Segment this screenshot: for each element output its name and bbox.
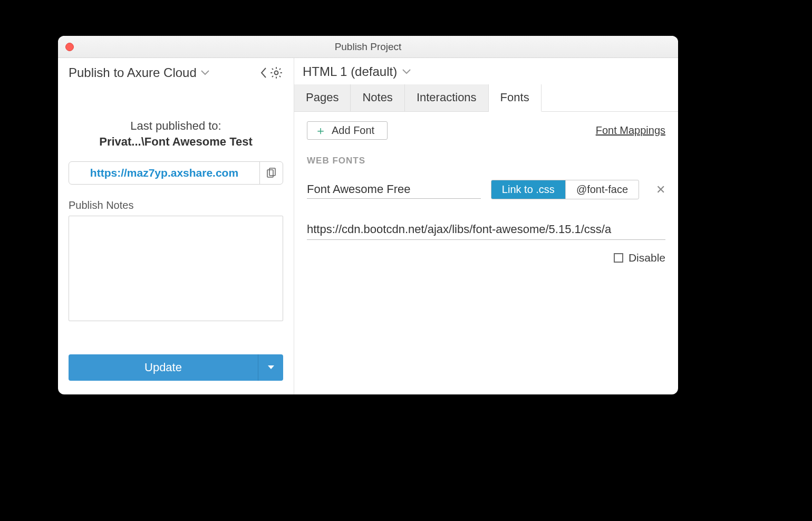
gear-icon[interactable] [269, 66, 283, 80]
titlebar: Publish Project [58, 36, 678, 58]
remove-font-button[interactable]: ✕ [656, 184, 665, 196]
font-name-input[interactable] [307, 180, 481, 199]
publish-project-window: Publish Project Publish to Axure Cloud [58, 36, 678, 394]
copy-url-button[interactable] [259, 162, 283, 184]
add-font-label: Add Font [332, 124, 374, 137]
html-config-label: HTML 1 (default) [303, 64, 397, 79]
chevron-down-icon [402, 69, 411, 74]
disable-font-label: Disable [629, 252, 665, 264]
left-panel: Publish to Axure Cloud Last published to… [58, 58, 294, 394]
config-tabs: Pages Notes Interactions Fonts [294, 84, 678, 112]
plus-icon: ＋ [315, 125, 326, 137]
tab-label: Interactions [417, 91, 477, 104]
tab-label: Fonts [500, 91, 529, 104]
share-url-row: https://maz7yp.axshare.com [69, 161, 283, 185]
add-font-button[interactable]: ＋ Add Font [307, 121, 388, 140]
close-icon: ✕ [656, 183, 665, 196]
html-config-dropdown[interactable]: HTML 1 (default) [294, 58, 678, 84]
chevron-down-icon [201, 70, 209, 75]
copy-icon [267, 168, 276, 178]
update-button-label: Update [144, 361, 182, 374]
last-published-label: Last published to: [69, 119, 283, 133]
svg-rect-2 [269, 168, 275, 176]
font-css-url-input[interactable] [307, 219, 665, 240]
tab-interactions[interactable]: Interactions [405, 84, 489, 111]
svg-rect-1 [267, 170, 273, 177]
tab-label: Notes [362, 91, 392, 104]
svg-point-0 [275, 71, 278, 75]
window-title: Publish Project [335, 41, 402, 53]
right-panel: HTML 1 (default) Pages Notes Interaction… [294, 58, 678, 394]
publish-target-dropdown[interactable]: Publish to Axure Cloud [69, 65, 209, 80]
update-dropdown-button[interactable] [258, 354, 283, 381]
web-fonts-section-label: WEB FONTS [307, 156, 665, 166]
publish-notes-label: Publish Notes [69, 199, 283, 211]
share-url-link[interactable]: https://maz7yp.axshare.com [69, 162, 259, 184]
tab-label: Pages [306, 91, 339, 104]
segment-label: Link to .css [502, 184, 555, 195]
web-font-row: Link to .css @font-face ✕ [307, 180, 665, 199]
dialog-body: Publish to Axure Cloud Last published to… [58, 58, 678, 394]
update-button[interactable]: Update [69, 354, 258, 381]
back-icon[interactable] [260, 67, 267, 79]
publish-target-label: Publish to Axure Cloud [69, 65, 197, 80]
font-mode-segmented: Link to .css @font-face [491, 180, 639, 199]
font-mode-link-css[interactable]: Link to .css [491, 180, 565, 199]
window-controls [65, 43, 74, 51]
segment-label: @font-face [576, 184, 628, 195]
tab-pages[interactable]: Pages [294, 84, 351, 111]
disable-font-checkbox[interactable] [614, 253, 623, 263]
caret-down-icon [267, 365, 275, 370]
tab-fonts[interactable]: Fonts [489, 84, 542, 112]
update-button-group: Update [69, 354, 283, 381]
project-name: Privat...\Font Awesome Test [69, 135, 283, 149]
tab-notes[interactable]: Notes [351, 84, 404, 111]
left-header: Publish to Axure Cloud [58, 58, 294, 88]
font-mode-font-face[interactable]: @font-face [565, 180, 639, 199]
publish-notes-input[interactable] [69, 216, 283, 321]
close-window-icon[interactable] [65, 43, 74, 51]
font-mappings-link[interactable]: Font Mappings [596, 124, 665, 137]
